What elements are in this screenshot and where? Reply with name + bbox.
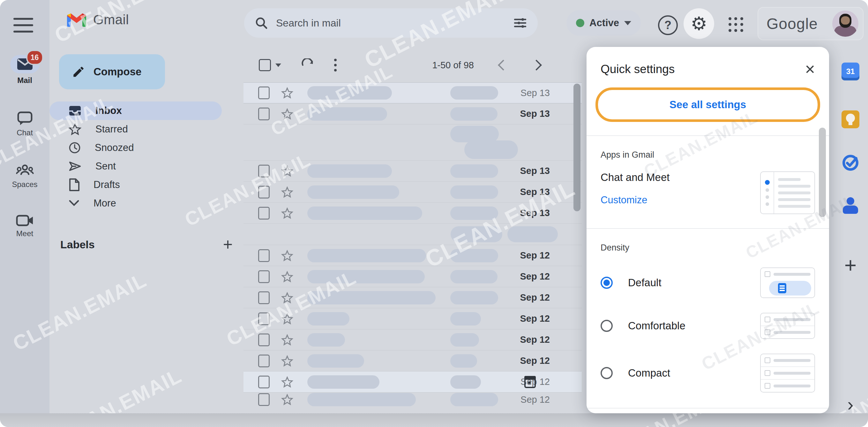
keep-app-icon[interactable]: [841, 111, 859, 128]
nav-item-starred[interactable]: Starred: [50, 120, 244, 139]
star-icon[interactable]: [281, 334, 293, 346]
nav-item-snoozed[interactable]: Snoozed: [50, 139, 244, 157]
checkbox-icon[interactable]: [258, 312, 270, 325]
see-all-settings-button[interactable]: See all settings: [670, 99, 746, 111]
apps-section-header: Apps in Gmail: [600, 136, 815, 160]
settings-gear-button[interactable]: ⚙: [684, 8, 714, 39]
density-option-compact[interactable]: Compact: [600, 354, 815, 408]
apps-grid-icon[interactable]: [728, 17, 743, 32]
redacted-sender: [307, 291, 436, 304]
create-label-button[interactable]: +: [223, 236, 232, 253]
gmail-logo: Gmail: [66, 12, 129, 27]
nav-item-sent[interactable]: Sent: [50, 157, 244, 176]
checkbox-icon[interactable]: [258, 87, 270, 99]
rail-item-meet[interactable]: Meet: [0, 214, 50, 238]
star-icon[interactable]: [281, 165, 293, 177]
star-icon[interactable]: [281, 355, 293, 367]
older-page-icon[interactable]: [531, 60, 542, 70]
contacts-app-icon[interactable]: [842, 197, 859, 214]
star-icon[interactable]: [281, 313, 293, 325]
newer-page-icon[interactable]: [498, 60, 509, 70]
checkbox-icon[interactable]: [258, 108, 270, 120]
star-icon[interactable]: [281, 108, 293, 120]
compose-label: Compose: [93, 66, 142, 78]
radio-icon[interactable]: [600, 367, 613, 379]
search-input[interactable]: Search in mail: [276, 17, 514, 29]
google-account-chip[interactable]: Google: [757, 7, 864, 40]
table-row[interactable]: Sep 12: [244, 393, 582, 406]
table-row[interactable]: Sep 12: [244, 266, 582, 287]
compose-button[interactable]: Compose: [59, 54, 165, 89]
table-row[interactable]: Sep 12: [244, 245, 582, 266]
radio-icon[interactable]: [600, 277, 613, 289]
star-icon[interactable]: [281, 250, 293, 262]
status-dropdown[interactable]: Active: [566, 10, 641, 36]
table-row[interactable]: Sep 12: [244, 308, 582, 329]
panel-scrollbar[interactable]: [819, 128, 826, 217]
email-date: Sep 13: [520, 187, 582, 197]
density-section-header: Density: [600, 229, 815, 253]
checkbox-icon[interactable]: [258, 393, 270, 406]
close-icon[interactable]: ×: [805, 62, 815, 76]
search-icon[interactable]: [255, 17, 268, 29]
rail-item-chat[interactable]: Chat: [0, 111, 50, 137]
calendar-app-icon[interactable]: 31: [841, 63, 859, 81]
get-addons-icon[interactable]: +: [844, 255, 857, 276]
star-icon[interactable]: [281, 271, 293, 282]
hide-side-panel-icon[interactable]: ›: [847, 395, 853, 414]
checkbox-icon[interactable]: [258, 334, 270, 346]
search-bar[interactable]: Search in mail: [244, 8, 538, 38]
table-row[interactable]: Sep 13: [244, 103, 582, 124]
help-icon[interactable]: ?: [658, 15, 678, 35]
nav-item-inbox[interactable]: Inbox: [50, 101, 222, 120]
panel-title: Quick settings: [600, 63, 675, 76]
nav-item-drafts[interactable]: Drafts: [50, 176, 244, 194]
checkbox-icon[interactable]: [259, 59, 271, 71]
checkbox-icon[interactable]: [258, 249, 270, 262]
star-icon[interactable]: [281, 87, 293, 99]
redacted-sender: [307, 249, 426, 262]
table-row[interactable]: Sep 13: [244, 203, 582, 224]
star-icon[interactable]: [281, 376, 293, 388]
checkbox-icon[interactable]: [258, 165, 270, 177]
table-row[interactable]: Sep 12: [244, 329, 582, 350]
nav-item-more[interactable]: More: [50, 194, 244, 213]
redacted-subject: [450, 354, 477, 368]
star-icon[interactable]: [281, 394, 293, 405]
customize-link[interactable]: Customize: [600, 194, 670, 206]
rail-item-spaces[interactable]: Spaces: [0, 163, 50, 189]
checkbox-icon[interactable]: [258, 270, 270, 283]
checkbox-icon[interactable]: [258, 207, 270, 219]
main-menu-icon[interactable]: [13, 18, 33, 33]
tasks-app-icon[interactable]: [841, 154, 859, 172]
checkbox-icon[interactable]: [258, 376, 270, 388]
select-all-checkbox[interactable]: [259, 59, 281, 71]
redacted-sender: [307, 393, 416, 406]
chat-meet-thumbnail: [760, 172, 815, 214]
select-dropdown-icon[interactable]: [275, 63, 281, 67]
avatar[interactable]: [832, 10, 859, 37]
rail-item-mail[interactable]: 16 Mail: [0, 55, 50, 85]
more-options-icon[interactable]: [334, 59, 337, 71]
table-row[interactable]: Sep 13: [244, 160, 582, 182]
table-row[interactable]: Sep 12: [244, 371, 582, 393]
checkbox-icon[interactable]: [258, 186, 270, 199]
density-option-default[interactable]: Default: [600, 268, 815, 298]
star-icon[interactable]: [281, 208, 293, 219]
star-icon[interactable]: [281, 292, 293, 304]
table-row[interactable]: Sep 12: [244, 350, 582, 371]
star-icon[interactable]: [281, 186, 293, 198]
redacted-row-group: [244, 124, 582, 160]
checkbox-icon[interactable]: [258, 355, 270, 367]
radio-icon[interactable]: [600, 320, 613, 332]
table-row[interactable]: Sep 13: [244, 182, 582, 203]
refresh-icon[interactable]: [301, 58, 314, 72]
search-options-icon[interactable]: [514, 16, 527, 30]
gmail-screenshot: 16 Mail Chat Spaces: [0, 0, 868, 427]
table-row[interactable]: Sep 12: [244, 287, 582, 308]
density-comfortable-thumbnail: [760, 313, 815, 339]
list-scrollbar[interactable]: [574, 84, 581, 211]
checkbox-icon[interactable]: [258, 292, 270, 304]
density-option-comfortable[interactable]: Comfortable: [600, 313, 815, 339]
table-row[interactable]: Sep 13: [244, 82, 582, 103]
